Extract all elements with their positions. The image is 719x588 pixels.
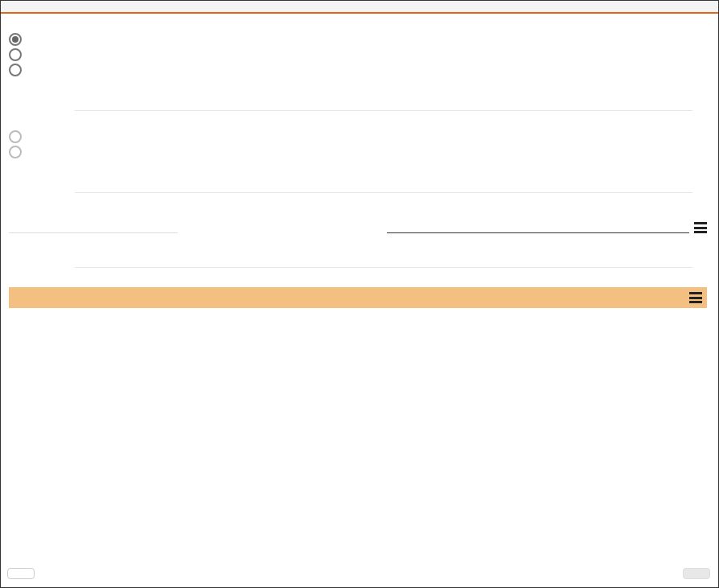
dialog-header [1, 1, 718, 14]
existing-groups-col [9, 212, 355, 245]
start-new-group-input[interactable] [387, 216, 689, 233]
dialog-body[interactable] [1, 14, 718, 561]
select-asset-row[interactable] [9, 287, 707, 308]
q1-option-2[interactable] [9, 64, 707, 76]
radio-icon [9, 146, 22, 158]
radio-icon [9, 33, 22, 46]
dialog-frame [0, 0, 719, 588]
list-icon[interactable] [689, 292, 702, 303]
radio-icon [9, 130, 22, 143]
q1-option-0[interactable] [9, 33, 707, 46]
radio-icon [9, 64, 22, 76]
ok-button [683, 568, 710, 579]
dialog-body-wrapper [1, 14, 718, 561]
start-new-group-col [387, 212, 707, 245]
groups-row [9, 212, 707, 245]
radio-icon [9, 48, 22, 61]
divider [75, 192, 692, 193]
cancel-button[interactable] [7, 568, 35, 579]
list-icon[interactable] [694, 222, 707, 233]
divider [75, 267, 692, 268]
existing-groups-input [9, 216, 178, 233]
ngs-option-1 [9, 146, 707, 158]
q1-option-1[interactable] [9, 48, 707, 61]
dialog-footer [1, 561, 718, 587]
divider [75, 110, 692, 111]
ngs-option-0 [9, 130, 707, 143]
